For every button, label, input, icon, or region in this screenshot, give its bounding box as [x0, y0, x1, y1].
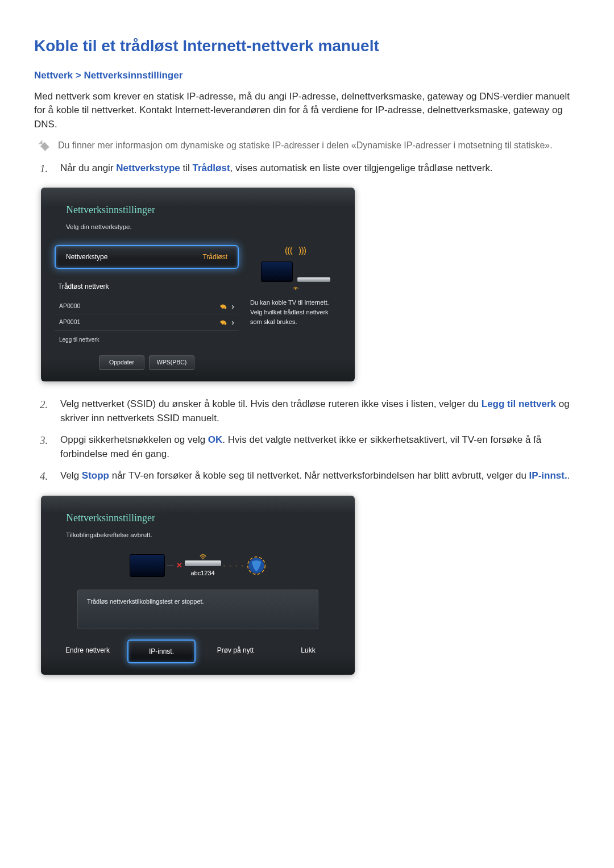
text: Velg nettverket (SSID) du ønsker å koble…	[60, 398, 482, 409]
x-fail-icon: ✕	[176, 560, 182, 571]
ap-name: AP0001	[59, 318, 219, 327]
info-note-text: Du finner mer informasjon om dynamiske o…	[58, 139, 553, 152]
step-number: 4.	[40, 469, 50, 484]
add-network-link[interactable]: Legg til nettverk	[55, 331, 239, 345]
refresh-button[interactable]: Oppdater	[99, 355, 144, 370]
text: Oppgi sikkerhetsnøkkelen og velg	[60, 434, 208, 445]
step-1: 1. Når du angir Nettverkstype til Trådlø…	[34, 161, 580, 177]
network-type-label: Nettverkstype	[66, 252, 107, 262]
svg-rect-0	[225, 306, 227, 309]
wifi-icon	[199, 553, 207, 559]
change-network-button[interactable]: Endre nettverk	[55, 639, 121, 663]
step-text: Oppgi sikkerhetsnøkkelen og velg OK. Hvi…	[60, 433, 580, 461]
tv-icon	[130, 554, 165, 577]
network-type-selector[interactable]: Nettverkstype Trådløst	[55, 245, 239, 269]
ap-row-0[interactable]: AP0000 ›	[55, 298, 239, 315]
side-help-text: Du kan koble TV til Internett. Velg hvil…	[250, 298, 341, 327]
step-text: Når du angir Nettverkstype til Trådløst,…	[60, 161, 580, 176]
wifi-lock-icon	[219, 303, 227, 310]
wifi-base-icon	[290, 286, 301, 290]
step-number: 1.	[40, 161, 50, 177]
step-4: 4. Velg Stopp når TV-en forsøker å koble…	[34, 469, 580, 484]
tv-panel-connection-aborted: Nettverksinnstillinger Tilkoblingsbekref…	[41, 496, 355, 675]
ip-settings-button[interactable]: IP-innst.	[127, 639, 196, 663]
panel-title: Nettverksinnstillinger	[66, 510, 330, 526]
intro-paragraph: Med nettverk som krever en statisk IP-ad…	[34, 90, 580, 132]
step-3: 3. Oppgi sikkerhetsnøkkelen og velg OK. …	[34, 433, 580, 461]
chevron-right-icon: ›	[231, 318, 234, 326]
breadcrumb-separator: >	[76, 70, 81, 81]
ssid-label: abc1234	[190, 568, 214, 578]
chevron-right-icon: ›	[231, 302, 234, 310]
step-2: 2. Velg nettverket (SSID) du ønsker å ko…	[34, 397, 580, 425]
svg-point-2	[295, 289, 296, 290]
term-ok: OK	[208, 434, 223, 445]
breadcrumb-network[interactable]: Nettverk	[34, 70, 73, 81]
svg-point-3	[202, 558, 204, 559]
step-text: Velg nettverket (SSID) du ønsker å koble…	[60, 397, 580, 425]
text: når TV-en forsøker å koble seg til nettv…	[109, 470, 529, 481]
tv-panel-network-settings: Nettverksinnstillinger Velg din nettverk…	[41, 188, 355, 381]
globe-icon	[247, 556, 266, 575]
wifi-lock-icon	[219, 319, 227, 326]
ap-row-1[interactable]: AP0001 ›	[55, 314, 239, 331]
panel-subtitle: Tilkoblingsbekreftelse avbrutt.	[66, 530, 330, 540]
step-number: 3.	[40, 433, 50, 448]
text: Når du angir	[60, 163, 116, 173]
term-wireless: Trådløst	[192, 163, 230, 173]
page-title: Koble til et trådløst Internett-nettverk…	[34, 34, 580, 58]
test-status-text: Trådløs nettverkstilkoblingstest er stop…	[87, 598, 204, 605]
retry-button[interactable]: Prøv på nytt	[202, 639, 268, 663]
term-add-network: Legg til nettverk	[482, 398, 556, 409]
text: til	[180, 163, 193, 173]
text: Velg	[60, 470, 82, 481]
term-network-type: Nettverkstype	[116, 163, 180, 173]
panel-subtitle: Velg din nettverkstype.	[66, 222, 330, 232]
router-icon	[297, 277, 330, 282]
dotted-link: · · · ·	[223, 560, 244, 571]
network-type-value: Trådløst	[202, 252, 227, 262]
test-status-box: Trådløs nettverkstilkoblingstest er stop…	[77, 589, 318, 630]
step-number: 2.	[40, 397, 50, 413]
dash-segment: —	[167, 560, 174, 570]
svg-rect-1	[225, 322, 227, 325]
connection-illustration: ((( (((	[250, 247, 341, 290]
term-stop: Stopp	[82, 470, 109, 481]
panel-title: Nettverksinnstillinger	[66, 202, 330, 218]
radio-waves-left-icon: (((	[285, 247, 292, 254]
step-text: Velg Stopp når TV-en forsøker å koble se…	[60, 469, 580, 483]
connection-diagram: — ✕ abc1234 · · · ·	[77, 553, 318, 578]
close-button[interactable]: Lukk	[275, 639, 341, 663]
pencil-icon	[38, 139, 51, 152]
text: , vises automatisk en liste over tilgjen…	[230, 163, 493, 173]
breadcrumb-settings[interactable]: Nettverksinnstillinger	[84, 70, 182, 81]
router-icon	[185, 560, 221, 566]
breadcrumb: Nettverk > Nettverksinnstillinger	[34, 68, 580, 83]
tv-icon	[261, 261, 293, 282]
ap-name: AP0000	[59, 302, 219, 311]
text: .	[567, 470, 570, 481]
term-ip-settings: IP-innst.	[529, 470, 567, 481]
wps-pbc-button[interactable]: WPS(PBC)	[149, 355, 194, 370]
wireless-section-head: Trådløst nettverk	[58, 281, 235, 292]
radio-waves-right-icon: (((	[299, 247, 306, 254]
info-note: Du finner mer informasjon om dynamiske o…	[34, 139, 580, 152]
